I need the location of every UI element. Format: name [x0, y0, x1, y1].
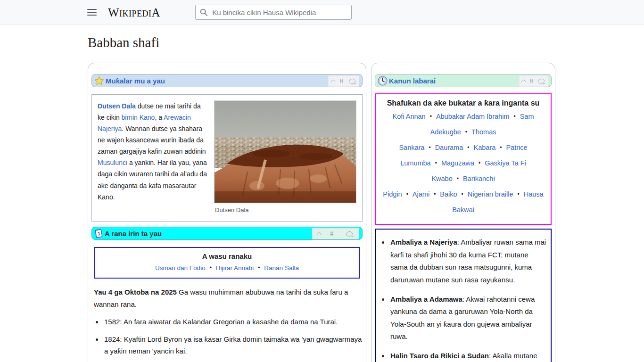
bullet-separator: • — [462, 191, 463, 197]
onthisday-header-label: A rana irin ta yau — [105, 230, 162, 238]
other-days-title: A wasu ranaku — [99, 252, 355, 260]
article-image[interactable] — [214, 100, 356, 203]
featured-article-box: Dutsen Dala dutse ne mai tarihi da ke ci… — [91, 94, 363, 222]
search-box[interactable] — [195, 5, 352, 20]
bullet-separator: • — [435, 160, 437, 166]
bullet-separator: • — [258, 264, 260, 271]
bullet-separator: • — [479, 160, 480, 166]
wikipedia-logo[interactable]: WikipediA — [108, 7, 160, 18]
bullet-separator: • — [500, 144, 502, 151]
wiki-link[interactable]: Baiko — [440, 190, 457, 198]
other-days-links: Usman dan Fodio•Hijirar Annabi•Ranan Sal… — [99, 264, 355, 272]
news-header-bar: Kanun labarai — [375, 74, 552, 87]
text: , a — [155, 114, 164, 121]
wiki-link[interactable]: Kabara — [473, 144, 495, 151]
bullet-separator: • — [465, 129, 467, 135]
news-items-box: Ambaliya a Najeriya: Ambaliyar ruwan sam… — [375, 229, 552, 362]
wiki-link[interactable]: Musulunci — [98, 159, 127, 166]
featured-panel: Muƙalar mu a yau Dutsen Dala dutse ne ma… — [88, 63, 366, 362]
news-item: Halin Tsaro da Rikici a Sudan: Aƙalla mu… — [389, 350, 547, 362]
bullet-separator: • — [513, 113, 515, 120]
bullet-separator: • — [518, 191, 520, 197]
bullet-separator: • — [457, 175, 459, 182]
onthisday-header-bar: 3 A rana irin ta yau — [91, 227, 363, 240]
text: 1582: An fara aiwatar da Kalandar Gregor… — [104, 318, 338, 326]
bold-text: Halin Tsaro da Rikici a Sudan — [390, 352, 489, 360]
bold-text: Ambaliya a Najeriya — [390, 238, 457, 246]
search-input[interactable] — [211, 8, 347, 17]
wiki-link[interactable]: Maguzawa — [441, 159, 474, 167]
event-item: 1824: Kyaftin Lord Byron ya isa ƙasar Gi… — [103, 333, 363, 357]
calendar-icon: 3 — [93, 228, 104, 239]
news-list: Ambaliya a Najeriya: Ambaliyar ruwan sam… — [380, 236, 547, 362]
wiki-link[interactable]: Ajami — [413, 190, 429, 198]
clock-icon — [378, 76, 388, 86]
wiki-link[interactable]: Dutsen Dala — [98, 102, 136, 110]
news-item: Ambaliya a Adamawa: Akwai rahotanni cewa… — [389, 293, 547, 343]
bullet-separator: • — [429, 144, 430, 151]
featured-header-link[interactable]: Muƙalar mu a yau — [106, 77, 165, 85]
bold-text: Yau 4 ga Oktoba na 2025 — [94, 288, 177, 296]
image-caption: Dutsen Dala — [214, 203, 356, 214]
featured-header-bar: Muƙalar mu a yau — [91, 74, 363, 87]
wiki-link[interactable]: Nigerian braille — [468, 190, 513, 198]
bullet-separator: • — [467, 144, 469, 151]
bullet-separator: • — [434, 191, 436, 197]
page-title: Babban shafi — [88, 35, 159, 50]
improve-pages-links: Kofi Annan•Abubakar Adam Ibrahim•Sam Ade… — [378, 109, 549, 218]
sketch-decoration — [519, 75, 548, 89]
news-panel: Kanun labarai Shafukan da ake bukatar a … — [371, 63, 555, 362]
featured-article-text: Dutsen Dala dutse ne mai tarihi da ke ci… — [98, 100, 208, 215]
news-header-link[interactable]: Kanun labarai — [389, 77, 436, 85]
hamburger-menu-button[interactable] — [87, 9, 97, 16]
sketch-decoration — [328, 75, 359, 89]
improve-pages-title: Shafukan da ake bukatar a ƙara inganta s… — [378, 99, 549, 107]
other-days-box: A wasu ranaku Usman dan Fodio•Hijirar An… — [94, 247, 360, 279]
bullet-separator: • — [210, 264, 212, 271]
top-header: WikipediA — [0, 0, 644, 25]
featured-figure: Dutsen Dala — [214, 100, 356, 215]
improve-pages-box: Shafukan da ake bukatar a ƙara inganta s… — [375, 93, 552, 225]
wiki-link[interactable]: Ranan Salla — [264, 264, 299, 272]
star-icon — [94, 76, 104, 86]
wiki-link[interactable]: Kofi Annan — [393, 113, 426, 120]
onthisday-intro: Yau 4 ga Oktoba na 2025 Ga wasu muhimman… — [94, 286, 360, 310]
event-item: 1582: An fara aiwatar da Kalandar Gregor… — [103, 316, 363, 328]
wiki-link[interactable]: Hijirar Annabi — [216, 264, 254, 272]
search-icon — [199, 8, 208, 16]
bullet-separator: • — [406, 191, 408, 197]
text: 1824: Kyaftin Lord Byron ya isa ƙasar Gi… — [104, 335, 362, 355]
bullet-separator: • — [430, 113, 432, 120]
wiki-link[interactable]: Daurama — [435, 144, 463, 151]
sketch-decoration — [312, 228, 359, 241]
wiki-link[interactable]: Abubakar Adam Ibrahim — [436, 113, 510, 120]
onthisday-event-list: 1582: An fara aiwatar da Kalandar Gregor… — [91, 316, 363, 362]
wiki-link[interactable]: Usman dan Fodio — [155, 264, 206, 272]
news-item: Ambaliya a Najeriya: Ambaliyar ruwan sam… — [389, 236, 547, 286]
bold-text: Ambaliya a Adamawa — [390, 295, 462, 303]
wiki-link[interactable]: birnin Kano — [122, 114, 155, 121]
